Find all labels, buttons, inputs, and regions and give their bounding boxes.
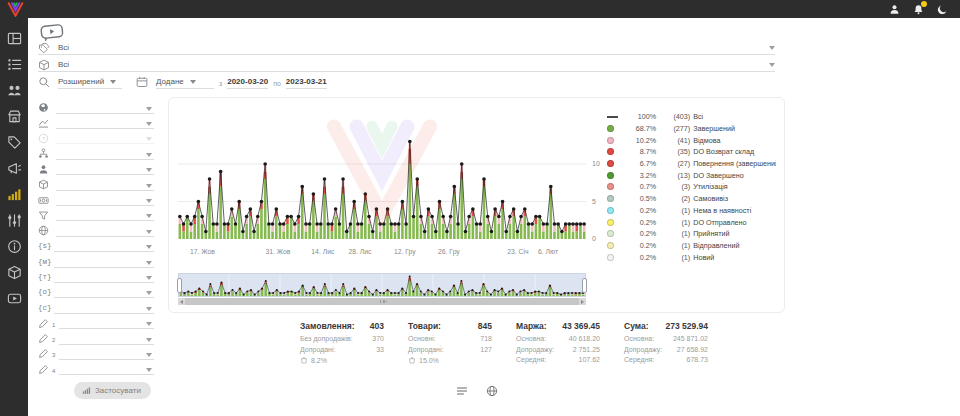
sidebar-item-store-icon[interactable] [7, 109, 22, 124]
filter-dropdown-pencil-2[interactable]: 2 [38, 331, 154, 346]
footer-view-toggles [168, 385, 785, 397]
search-mode-select[interactable]: Розширений [58, 77, 122, 89]
date-from-input[interactable]: 2020-03-20 [227, 77, 268, 89]
legend-item[interactable]: 68.7% (277) Завершений [607, 123, 776, 135]
filter-dropdown-web[interactable] [38, 223, 154, 238]
chart-icon [82, 386, 91, 395]
legend-item[interactable]: 0.2% (1) Прийнятий [607, 228, 776, 240]
filter-row-tags[interactable]: Всі [38, 41, 775, 55]
filter-dropdown-braces-{с}[interactable]: {с} [38, 300, 154, 315]
stat-subrow: Допродані:33 [300, 345, 384, 356]
chevron-down-icon [146, 261, 152, 265]
sidebar-item-sales-tag-icon[interactable] [7, 135, 22, 150]
sidebar-item-analytics-icon[interactable] [7, 187, 22, 202]
filter-dropdown-sitemap[interactable] [38, 146, 154, 161]
chevron-down-icon [146, 168, 152, 172]
filter-dropdown-braces-{s}[interactable]: {s} [38, 239, 154, 254]
filter-dropdown-trend[interactable] [38, 115, 154, 130]
filter-dropdown-banknote[interactable] [38, 192, 154, 207]
search-icon[interactable] [38, 76, 50, 88]
legend-line-marker [607, 116, 618, 118]
legend-item[interactable]: 3.2% (13) DO Завершено [607, 169, 776, 181]
filter-dropdown-pencil-3[interactable]: 3 [38, 346, 154, 361]
filter-dropdown-braces-{м}[interactable]: {м} [38, 254, 154, 269]
filter-dropdown-person[interactable] [38, 162, 154, 177]
filter-dropdown-funnel[interactable] [38, 208, 154, 223]
date-field-select[interactable]: Додане [156, 77, 214, 89]
legend-item[interactable]: 8.7% (35) DO Возврат склад [607, 146, 776, 158]
filter-column: {s}{м}{т}{о}{с}1234 [38, 100, 154, 377]
x-tick-label: 6. Лют [538, 248, 558, 255]
pencil-icon [38, 318, 49, 329]
legend-item[interactable]: 0.2% (1) Новий [607, 251, 776, 263]
filter-dropdown-package[interactable] [38, 177, 154, 192]
braces-icon: {т} [38, 273, 49, 281]
sidebar-item-video-icon[interactable] [7, 291, 22, 306]
sidebar [0, 18, 28, 416]
legend-item[interactable]: 10.2% (41) Відмова [607, 134, 776, 146]
globe-view-icon[interactable] [486, 385, 498, 397]
legend-dot-marker [607, 242, 614, 249]
legend-item[interactable]: 6.7% (27) Повернення (завершений) [607, 158, 776, 170]
braces-icon: {о} [38, 288, 49, 296]
chevron-down-icon [769, 46, 775, 50]
stat-subrow: Основні:718 [408, 334, 492, 345]
search-row: Розширений Додане з 2020-03-20 по 2023-0… [38, 74, 327, 89]
legend-item[interactable]: 0.7% (3) Утилізація [607, 181, 776, 193]
date-to-input[interactable]: 2023-03-21 [286, 77, 327, 89]
sidebar-item-apps-icon[interactable] [7, 265, 22, 280]
filter-dropdown-help[interactable] [38, 131, 154, 146]
main-chart-svg[interactable] [178, 106, 586, 246]
brush-handle-right[interactable] [582, 278, 587, 293]
sitemap-icon [38, 148, 49, 159]
stat-subrow: Основна:40 618.20 [516, 334, 600, 345]
stat-subrow: Допродані:127 [408, 345, 492, 356]
braces-icon: {с} [38, 304, 49, 312]
horizontal-scrollbar[interactable] [178, 298, 586, 305]
legend-item[interactable]: 0.2% (1) Відправлений [607, 240, 776, 252]
stat-subrow: Основна:245 871.02 [624, 334, 708, 345]
filter-dropdown-pencil-4[interactable]: 4 [38, 362, 154, 377]
filter-row-products[interactable]: Всі [38, 58, 775, 72]
legend-item[interactable]: 0.2% (1) Нема в наявності [607, 205, 776, 217]
apply-button[interactable]: Застосувати [74, 382, 151, 399]
stat-subrow: Без допродажів:370 [300, 334, 384, 345]
chevron-down-icon [146, 184, 152, 188]
calendar-icon[interactable] [136, 76, 148, 88]
products-filter-value: Всі [58, 60, 69, 69]
main-chart[interactable]: 17. Жов31. Жов14. Лис28. Лис12. Гру26. Г… [178, 106, 586, 264]
chevron-down-icon [146, 199, 152, 203]
legend-dot-marker [607, 195, 614, 202]
user-icon[interactable] [889, 4, 900, 15]
theme-moon-icon[interactable] [937, 4, 948, 15]
chevron-down-icon [146, 338, 152, 342]
scroll-left-arrow[interactable] [180, 300, 183, 304]
chevron-down-icon [769, 63, 775, 67]
filter-dropdown-braces-{т}[interactable]: {т} [38, 269, 154, 284]
legend-item[interactable]: 0.5% (2) Самовивіз [607, 193, 776, 205]
filter-dropdown-pencil-1[interactable]: 1 [38, 315, 154, 330]
scroll-right-arrow[interactable] [581, 300, 584, 304]
chevron-down-icon [146, 322, 152, 326]
sidebar-item-marketing-icon[interactable] [7, 161, 22, 176]
sidebar-item-info-icon[interactable] [7, 239, 22, 254]
legend-item[interactable]: 100% (403) Всі [607, 111, 776, 123]
sidebar-item-dashboard-icon[interactable] [7, 31, 22, 46]
brush-handle-left[interactable] [177, 278, 182, 293]
web-icon [38, 225, 49, 236]
app-logo-icon[interactable] [7, 2, 24, 17]
scrollbar-thumb[interactable] [185, 298, 579, 305]
legend-dot-marker [607, 125, 614, 132]
channel-icon[interactable] [39, 23, 65, 42]
sidebar-item-customers-icon[interactable] [7, 83, 22, 98]
notifications-bell-icon[interactable] [913, 4, 924, 15]
filter-dropdown-braces-{о}[interactable]: {о} [38, 285, 154, 300]
list-view-icon[interactable] [456, 385, 468, 397]
sidebar-item-settings-icon[interactable] [7, 213, 22, 228]
chevron-down-icon [146, 122, 152, 126]
legend-item[interactable]: 0.2% (1) DO Отправлено [607, 216, 776, 228]
filter-dropdown-globe[interactable] [38, 100, 154, 115]
sidebar-item-orders-icon[interactable] [7, 57, 22, 72]
date-to-label: по [273, 80, 281, 87]
brush-chart[interactable] [178, 273, 586, 297]
